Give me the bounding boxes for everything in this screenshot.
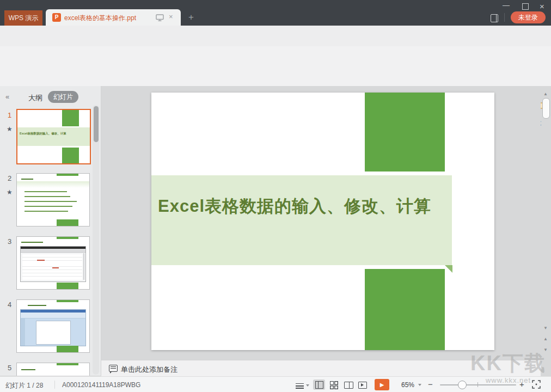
scroll-up-icon[interactable]: ▲: [541, 91, 550, 96]
notes-bubble-icon: [109, 365, 118, 372]
canvas-scrollbar-track[interactable]: ▲ ▼ ▲ ▼: [541, 86, 550, 360]
canvas-scrollbar-thumb[interactable]: [542, 98, 550, 119]
scroll-down-icon[interactable]: ▼: [541, 326, 550, 330]
notes-toggle-icon[interactable]: [296, 382, 304, 389]
slide-editing-area[interactable]: Excel表格数据的输入、修改、计算: [151, 93, 494, 350]
next-slide-icon[interactable]: ▼: [541, 348, 550, 352]
slide-title-text[interactable]: Excel表格数据的输入、修改、计算: [158, 195, 431, 218]
notes-placeholder[interactable]: 单击此处添加备注: [121, 365, 177, 375]
tab-slides[interactable]: 幻灯片: [48, 91, 78, 103]
notes-toggle-caret-icon: [306, 384, 309, 387]
window-close-button[interactable]: ×: [540, 2, 544, 11]
zoom-slider-knob[interactable]: [458, 381, 467, 389]
close-document-icon[interactable]: ×: [169, 13, 173, 21]
animation-star-icon: ★: [7, 188, 13, 196]
slide-counter: 幻灯片 1 / 28: [5, 381, 43, 390]
app-home-tab[interactable]: WPS 演示: [4, 10, 42, 26]
ribbon-toolbar: 粘贴 ✂ 剪切 复制 格式刷 从当前开始 新建幻灯片: [0, 46, 551, 87]
reading-view-button[interactable]: [342, 379, 354, 390]
document-tab[interactable]: P excel表格的基本操作.ppt ×: [46, 9, 181, 26]
sidebar-scrollbar-thumb[interactable]: [94, 106, 99, 142]
notes-bar[interactable]: 单击此处添加备注: [101, 360, 541, 377]
slide-thumbnail-5[interactable]: [16, 363, 90, 376]
zoom-out-button[interactable]: −: [428, 379, 433, 389]
slide-number: 1: [8, 111, 11, 119]
slide1-title-band: Excel表格数据的输入、修改、计算: [17, 127, 90, 145]
ppt-file-icon: P: [52, 13, 61, 22]
slide-number: 4: [8, 301, 11, 309]
slideshow-view-button[interactable]: [357, 379, 369, 390]
slide-thumbnail-3[interactable]: [16, 236, 90, 290]
zoom-level-value[interactable]: 65%: [401, 381, 414, 389]
work-panel-icon[interactable]: [491, 14, 498, 22]
animation-star-icon: ★: [7, 125, 13, 133]
statusbar-divider: [54, 381, 55, 389]
slide-number: 2: [8, 174, 11, 182]
slide1-green-block: [62, 110, 79, 126]
slide1-mini-title: Excel表格数据的输入、修改、计算: [20, 132, 66, 136]
new-tab-button[interactable]: +: [188, 12, 194, 23]
status-bar: 幻灯片 1 / 28 A000120141119A18PWBG ▶ 65% − …: [0, 376, 551, 392]
fit-to-window-icon[interactable]: [532, 380, 541, 389]
slide-sorter-view-button[interactable]: [328, 379, 340, 390]
zoom-slider-midpoint: [477, 382, 478, 387]
slide-green-block-bottom[interactable]: [365, 269, 445, 350]
present-monitor-icon[interactable]: [156, 14, 164, 21]
login-button[interactable]: 未登录: [511, 11, 546, 23]
slide1-green-block: [62, 148, 79, 163]
document-id: A000120141119A18PWBG: [62, 381, 140, 389]
slide-thumbnail-2[interactable]: [16, 173, 90, 226]
slide-thumbnail-4[interactable]: [16, 299, 90, 353]
previous-slide-icon[interactable]: ▲: [541, 338, 550, 341]
document-tab-title: excel表格的基本操作.ppt: [64, 14, 136, 23]
play-slideshow-button[interactable]: ▶: [375, 379, 389, 390]
editing-canvas[interactable]: Excel表格数据的输入、修改、计算 ▲ ▼ ▲ ▼: [101, 86, 541, 360]
tab-outline[interactable]: 大纲: [28, 93, 42, 103]
slide-number: 3: [8, 237, 11, 246]
slide-thumbnail-1[interactable]: Excel表格数据的输入、修改、计算: [16, 109, 91, 164]
collapse-panel-icon[interactable]: «: [5, 93, 9, 101]
zoom-in-button[interactable]: +: [519, 379, 524, 389]
titlebar-divider: [504, 13, 505, 22]
band-fold-corner: [445, 265, 452, 273]
sidebar-scrollbar-track[interactable]: [93, 105, 99, 375]
slide-number: 5: [8, 364, 11, 372]
slide-title-band[interactable]: Excel表格数据的输入、修改、计算: [151, 175, 452, 265]
zoom-level-caret-icon: [418, 384, 421, 386]
window-minimize-button[interactable]: —: [503, 1, 510, 9]
slide-green-block-top[interactable]: [365, 93, 445, 171]
normal-view-button[interactable]: [313, 379, 325, 390]
slide-panel: « 大纲 幻灯片 1 ★ Excel表格数据的输入、修改、计算 2 ★ 3: [0, 86, 101, 376]
menu-bar: ≡ 文件 ↺ » 开始 插入 设计 切换 动画 幻灯片放映 审阅 视图 安全 云…: [0, 26, 551, 47]
title-bar: WPS 演示 P excel表格的基本操作.ppt × + — × 未登录: [0, 0, 551, 26]
window-maximize-button[interactable]: [522, 3, 529, 10]
